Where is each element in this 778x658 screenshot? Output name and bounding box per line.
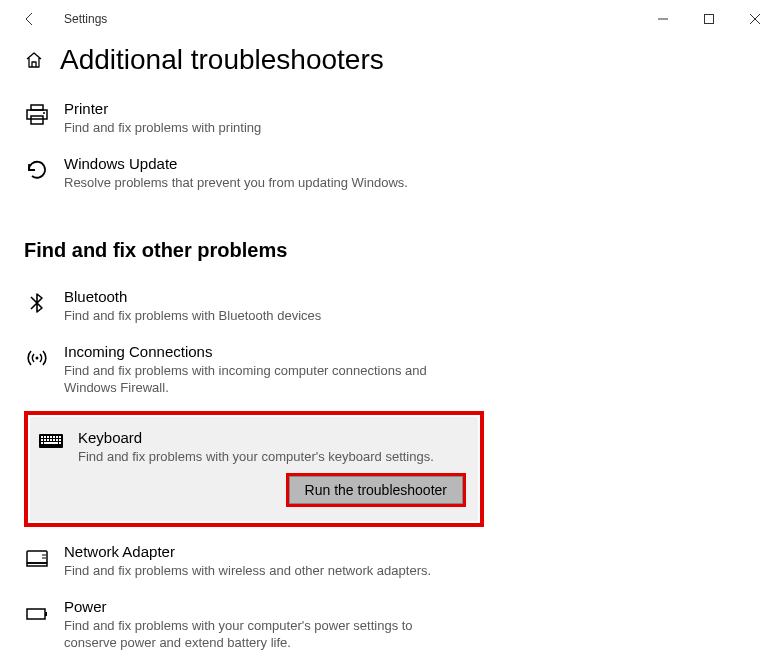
svg-rect-12 <box>47 436 49 438</box>
svg-rect-16 <box>59 436 61 438</box>
svg-rect-10 <box>41 436 43 438</box>
svg-rect-22 <box>56 439 58 441</box>
svg-rect-5 <box>27 110 47 119</box>
troubleshooter-windows-update[interactable]: Windows Update Resolve problems that pre… <box>24 145 474 200</box>
svg-rect-18 <box>44 439 46 441</box>
svg-rect-31 <box>27 609 45 619</box>
troubleshooter-keyboard[interactable]: Keyboard Find and fix problems with your… <box>38 425 470 474</box>
item-desc: Find and fix problems with your computer… <box>78 448 434 466</box>
run-troubleshooter-button[interactable]: Run the troubleshooter <box>286 473 466 507</box>
item-title: Network Adapter <box>64 543 431 560</box>
back-button[interactable] <box>14 11 46 27</box>
battery-icon <box>24 598 64 626</box>
item-desc: Find and fix problems with Bluetooth dev… <box>64 307 321 325</box>
item-desc: Find and fix problems with printing <box>64 119 261 137</box>
signal-icon <box>24 343 64 371</box>
svg-rect-13 <box>50 436 52 438</box>
titlebar: Settings <box>0 0 778 38</box>
troubleshooter-power[interactable]: Power Find and fix problems with your co… <box>24 588 474 658</box>
troubleshooter-network-adapter[interactable]: Network Adapter Find and fix problems wi… <box>24 533 474 588</box>
troubleshooter-bluetooth[interactable]: Bluetooth Find and fix problems with Blu… <box>24 278 474 333</box>
svg-rect-25 <box>44 442 58 444</box>
svg-rect-32 <box>45 612 47 616</box>
item-desc: Find and fix problems with incoming comp… <box>64 362 444 397</box>
item-title: Power <box>64 598 444 615</box>
section-heading: Find and fix other problems <box>24 239 778 262</box>
item-desc: Find and fix problems with wireless and … <box>64 562 431 580</box>
svg-point-7 <box>43 112 45 114</box>
close-button[interactable] <box>732 4 778 34</box>
minimize-button[interactable] <box>640 4 686 34</box>
svg-rect-23 <box>59 439 61 441</box>
svg-rect-20 <box>50 439 52 441</box>
window-title: Settings <box>64 12 107 26</box>
item-desc: Find and fix problems with your computer… <box>64 617 444 652</box>
keyboard-icon <box>38 429 78 451</box>
svg-rect-21 <box>53 439 55 441</box>
svg-rect-11 <box>44 436 46 438</box>
item-title: Printer <box>64 100 261 117</box>
svg-rect-19 <box>47 439 49 441</box>
svg-rect-17 <box>41 439 43 441</box>
troubleshooter-printer[interactable]: Printer Find and fix problems with print… <box>24 90 474 145</box>
item-desc: Resolve problems that prevent you from u… <box>64 174 408 192</box>
maximize-button[interactable] <box>686 4 732 34</box>
home-icon[interactable] <box>24 50 44 70</box>
svg-point-8 <box>36 356 39 359</box>
item-title: Incoming Connections <box>64 343 444 360</box>
svg-rect-14 <box>53 436 55 438</box>
selected-troubleshooter-highlight: Keyboard Find and fix problems with your… <box>24 411 484 528</box>
svg-rect-15 <box>56 436 58 438</box>
svg-rect-28 <box>27 563 47 566</box>
network-adapter-icon <box>24 543 64 571</box>
printer-icon <box>24 100 64 128</box>
svg-rect-1 <box>705 15 714 24</box>
svg-rect-6 <box>31 116 43 124</box>
update-icon <box>24 155 64 183</box>
item-title: Bluetooth <box>64 288 321 305</box>
svg-rect-26 <box>59 442 61 444</box>
item-title: Keyboard <box>78 429 434 446</box>
page-title: Additional troubleshooters <box>60 44 384 76</box>
item-title: Windows Update <box>64 155 408 172</box>
svg-rect-24 <box>41 442 43 444</box>
bluetooth-icon <box>24 288 64 316</box>
troubleshooter-incoming-connections[interactable]: Incoming Connections Find and fix proble… <box>24 333 474 405</box>
svg-rect-27 <box>27 551 47 563</box>
